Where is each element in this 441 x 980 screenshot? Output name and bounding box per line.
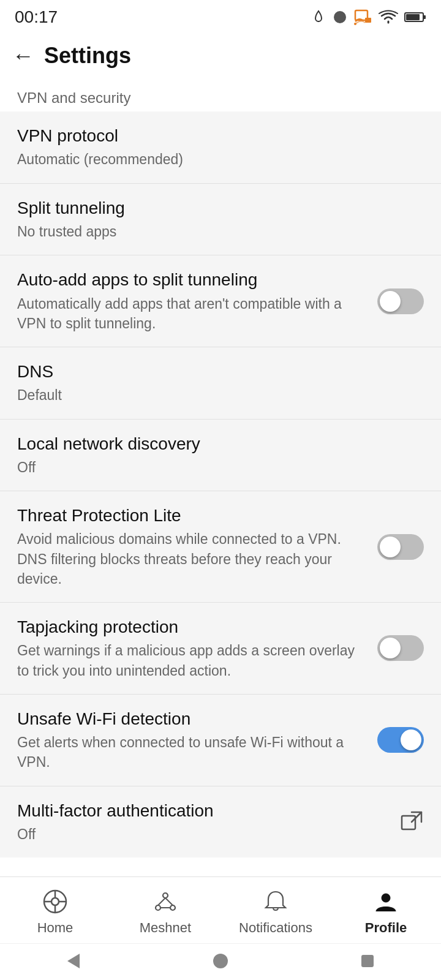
threat-title: Threat Protection Lite [17,505,368,527]
android-nav-bar [0,943,441,980]
svg-rect-8 [402,816,415,829]
alert-icon [311,10,326,24]
bottom-nav: Home Meshnet Notifications [0,876,441,943]
unsafe-wifi-subtitle: Get alerts when connected to unsafe Wi-F… [17,733,368,772]
split-tunneling-title: Split tunneling [17,197,414,219]
unsafe-wifi-title: Unsafe Wi-Fi detection [17,708,368,730]
svg-rect-7 [406,14,420,20]
settings-item-threat-protection[interactable]: Threat Protection Lite Avoid malicious d… [0,491,441,603]
back-button[interactable]: ← [12,43,34,69]
tapjacking-subtitle: Get warnings if a malicious app adds a s… [17,641,368,680]
svg-marker-22 [67,954,80,968]
android-home-button[interactable] [211,951,230,973]
svg-rect-24 [361,955,374,967]
profile-label: Profile [365,920,407,936]
svg-line-19 [165,898,173,905]
local-network-title: Local network discovery [17,433,414,455]
nav-item-notifications[interactable]: Notifications [221,887,331,936]
status-icons [311,9,426,25]
home-icon [40,887,70,916]
settings-item-unsafe-wifi[interactable]: Unsafe Wi-Fi detection Get alerts when c… [0,695,441,786]
threat-toggle[interactable] [377,534,424,560]
threat-subtitle: Avoid malicious domains while connected … [17,529,368,589]
mfa-title: Multi-factor authentication [17,800,390,822]
home-label: Home [37,920,74,936]
android-back-button[interactable] [64,951,83,973]
svg-rect-4 [365,18,371,23]
cast-icon [354,9,372,25]
nav-item-meshnet[interactable]: Meshnet [110,887,221,936]
meshnet-label: Meshnet [140,920,191,936]
wifi-icon [379,9,398,25]
android-recents-button[interactable] [358,951,377,973]
shape-icon [332,9,348,25]
mfa-subtitle: Off [17,824,390,844]
profile-icon [371,887,401,916]
external-link-icon [399,810,424,834]
meshnet-icon [151,887,180,916]
svg-point-23 [213,954,228,968]
notifications-icon [261,887,290,916]
vpn-protocol-title: VPN protocol [17,125,414,147]
svg-point-17 [170,905,175,910]
dns-title: DNS [17,361,414,383]
svg-point-0 [318,21,319,22]
settings-item-dns[interactable]: DNS Default [0,347,441,420]
settings-item-auto-add[interactable]: Auto-add apps to split tunneling Automat… [0,255,441,347]
page-title: Settings [44,43,131,69]
nav-item-home[interactable]: Home [0,887,110,936]
svg-point-1 [334,11,346,23]
svg-rect-6 [423,15,426,19]
svg-point-21 [382,894,390,902]
settings-item-local-network[interactable]: Local network discovery Off [0,420,441,492]
settings-item-split-tunneling[interactable]: Split tunneling No trusted apps [0,184,441,256]
svg-point-10 [51,898,59,905]
svg-point-15 [163,893,168,898]
split-tunneling-subtitle: No trusted apps [17,222,414,241]
status-time: 00:17 [15,7,58,27]
status-bar: 00:17 [0,0,441,32]
section-label-vpn: VPN and security [0,80,441,111]
tapjacking-toggle[interactable] [377,635,424,661]
auto-add-toggle[interactable] [377,288,424,314]
unsafe-wifi-toggle[interactable] [377,727,424,753]
auto-add-subtitle: Automatically add apps that aren't compa… [17,294,368,333]
svg-point-16 [156,905,160,910]
settings-item-mfa[interactable]: Multi-factor authentication Off [0,786,441,858]
vpn-protocol-subtitle: Automatic (recommended) [17,149,414,169]
header: ← Settings [0,32,441,80]
tapjacking-title: Tapjacking protection [17,616,368,638]
svg-line-18 [158,898,165,905]
dns-subtitle: Default [17,385,414,405]
svg-point-3 [354,23,356,25]
settings-item-tapjacking[interactable]: Tapjacking protection Get warnings if a … [0,603,441,695]
settings-item-vpn-protocol[interactable]: VPN protocol Automatic (recommended) [0,111,441,184]
notifications-label: Notifications [239,920,312,936]
local-network-subtitle: Off [17,458,414,477]
nav-item-profile[interactable]: Profile [331,887,441,936]
auto-add-title: Auto-add apps to split tunneling [17,269,368,291]
battery-icon [404,11,426,23]
settings-group-vpn: VPN protocol Automatic (recommended) Spl… [0,111,441,858]
